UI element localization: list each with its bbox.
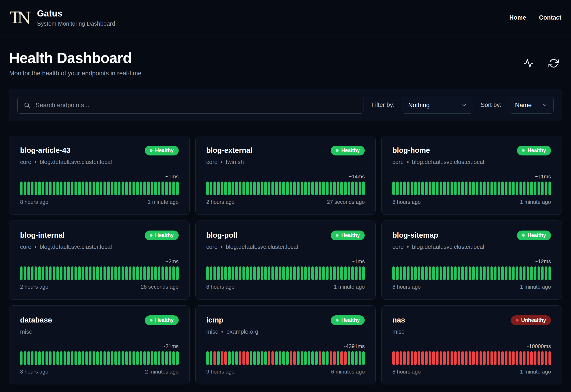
uptime-bar	[169, 351, 171, 365]
uptime-bar	[483, 182, 486, 195]
nav-link-home[interactable]: Home	[509, 14, 526, 21]
uptime-bar	[414, 351, 417, 365]
endpoint-card[interactable]: blog-external Healthy core • twin.sh ~14…	[195, 136, 376, 215]
uptime-bar	[414, 266, 417, 280]
status-label: Healthy	[527, 147, 546, 154]
uptime-bar	[49, 182, 52, 195]
meta-separator: •	[35, 243, 37, 250]
uptime-bar	[418, 266, 420, 280]
uptime-bar	[414, 182, 417, 195]
endpoint-card[interactable]: nas Unhealthy misc ~10000ms 8 hours ago …	[381, 305, 562, 384]
uptime-bar	[311, 266, 314, 280]
uptime-bar	[293, 182, 296, 195]
uptime-bars	[20, 266, 179, 280]
filter-select[interactable]: Nothing	[402, 97, 473, 113]
uptime-bar	[322, 182, 325, 195]
uptime-bar	[348, 266, 350, 280]
uptime-bars	[20, 351, 179, 365]
uptime-bar	[480, 182, 482, 195]
endpoint-card[interactable]: blog-home Healthy core • blog.default.sv…	[381, 136, 562, 215]
activity-icon[interactable]	[524, 58, 534, 68]
card-head: nas Unhealthy	[392, 316, 551, 325]
uptime-bar	[206, 182, 209, 195]
uptime-bar	[64, 266, 66, 280]
uptime-bar	[322, 266, 325, 280]
endpoint-meta: misc	[392, 328, 551, 335]
uptime-bar	[326, 182, 328, 195]
uptime-bar	[421, 266, 424, 280]
uptime-bar	[429, 182, 431, 195]
uptime-bar	[355, 351, 358, 365]
header: TN Gatus System Monitoring Dashboard Hom…	[0, 0, 571, 35]
uptime-bar	[147, 182, 150, 195]
uptime-bar	[42, 182, 44, 195]
uptime-bar	[64, 351, 66, 365]
uptime-bar	[213, 266, 216, 280]
status-dot-icon	[336, 149, 339, 152]
uptime-bar	[129, 266, 131, 280]
uptime-bar	[213, 182, 216, 195]
status-label: Healthy	[155, 232, 174, 238]
refresh-icon[interactable]	[548, 58, 559, 68]
uptime-bar	[512, 266, 515, 280]
card-head: blog-poll Healthy	[206, 231, 365, 240]
uptime-bar	[67, 266, 70, 280]
sort-select[interactable]: Name	[509, 97, 554, 113]
uptime-bar	[494, 182, 496, 195]
endpoint-group: core	[206, 159, 218, 166]
uptime-bar	[359, 182, 361, 195]
uptime-bar	[351, 351, 354, 365]
uptime-bar	[458, 182, 460, 195]
gatus-logo-icon: TN	[10, 10, 31, 26]
uptime-bar	[282, 266, 285, 280]
nav-link-contact[interactable]: Contact	[539, 14, 562, 21]
uptime-bar	[100, 351, 102, 365]
uptime-bar	[443, 182, 446, 195]
uptime-bar	[85, 182, 88, 195]
uptime-bar	[498, 182, 500, 195]
uptime-bar	[403, 182, 406, 195]
uptime-bar	[136, 266, 139, 280]
uptime-bar	[176, 182, 179, 195]
page-title: Health Dashboard	[9, 50, 141, 67]
endpoint-card[interactable]: blog-poll Healthy core • blog.default.sv…	[195, 221, 376, 300]
uptime-bar	[172, 266, 175, 280]
uptime-bar	[151, 351, 153, 365]
uptime-bar	[221, 266, 223, 280]
newest-time: 1 minute ago	[334, 284, 365, 290]
uptime-bar	[344, 182, 347, 195]
uptime-bar	[469, 182, 471, 195]
endpoint-host: blog.default.svc.cluster.local	[40, 159, 112, 166]
uptime-bar	[322, 351, 325, 365]
endpoint-name: blog-sitemap	[392, 231, 438, 239]
uptime-bars	[206, 266, 365, 280]
uptime-bar	[293, 351, 296, 365]
endpoint-card[interactable]: database Healthy misc ~21ms 8 hours ago …	[9, 305, 190, 384]
cards-grid: blog-article-43 Healthy core • blog.defa…	[9, 136, 562, 384]
uptime-bar	[24, 351, 26, 365]
uptime-bar	[45, 351, 48, 365]
uptime-bar	[498, 351, 500, 365]
uptime-bar	[432, 266, 435, 280]
newest-time: 28 seconds ago	[141, 284, 179, 290]
uptime-bar	[425, 266, 428, 280]
endpoint-card[interactable]: icmp Healthy misc • example.org ~4391ms …	[195, 305, 376, 384]
endpoint-card[interactable]: blog-article-43 Healthy core • blog.defa…	[9, 136, 190, 215]
times-row: 8 hours ago 1 minute ago	[392, 199, 551, 205]
endpoint-card[interactable]: blog-internal Healthy core • blog.defaul…	[9, 221, 190, 300]
endpoint-card[interactable]: blog-sitemap Healthy core • blog.default…	[381, 221, 562, 300]
brand[interactable]: TN Gatus System Monitoring Dashboard	[10, 8, 115, 27]
endpoint-host: twin.sh	[226, 159, 244, 166]
latency-label: ~11ms	[392, 173, 551, 180]
uptime-bar	[326, 266, 328, 280]
uptime-bar	[407, 351, 409, 365]
uptime-bar	[92, 266, 95, 280]
uptime-bar	[210, 182, 212, 195]
endpoint-group: misc	[206, 328, 218, 335]
uptime-bar	[271, 182, 274, 195]
search-input[interactable]	[17, 97, 364, 113]
uptime-bar	[275, 351, 278, 365]
uptime-bar	[538, 266, 540, 280]
uptime-bars	[206, 182, 365, 195]
uptime-bar	[282, 182, 285, 195]
